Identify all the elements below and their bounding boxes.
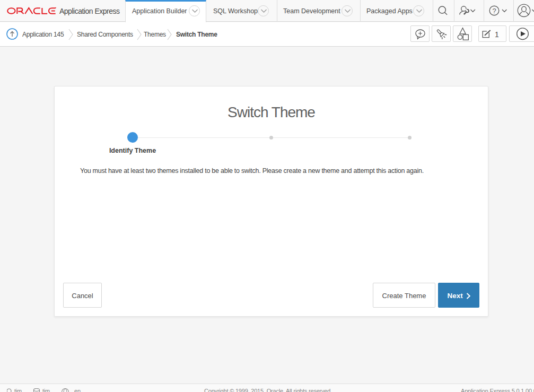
svg-text:?: ? bbox=[492, 7, 496, 15]
